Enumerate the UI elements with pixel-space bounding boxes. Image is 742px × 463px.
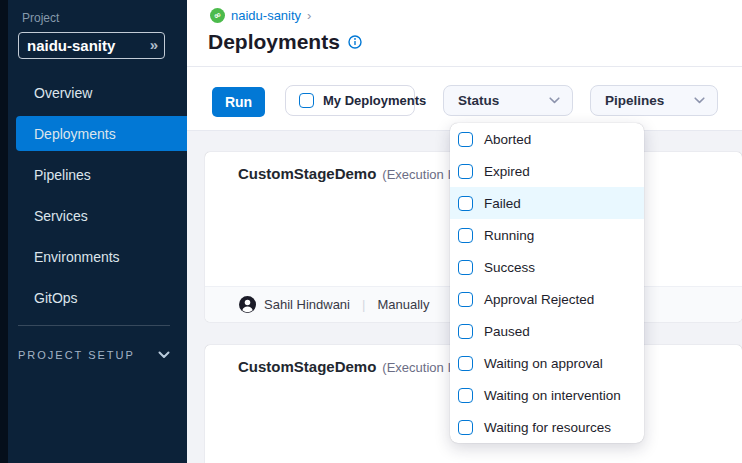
trigger-type: Manually (377, 297, 429, 312)
sidebar: Project » Overview Deployments Pipelines… (0, 0, 187, 463)
my-deployments-filter[interactable]: My Deployments (285, 85, 415, 116)
status-option-label: Aborted (484, 132, 531, 147)
status-option-checkbox[interactable] (458, 228, 473, 243)
status-option-label: Expired (484, 164, 530, 179)
status-option-checkbox[interactable] (458, 292, 473, 307)
chevron-down-icon (158, 351, 170, 359)
pipeline-name[interactable]: CustomStageDemo (238, 358, 376, 375)
status-option-checkbox[interactable] (458, 388, 473, 403)
breadcrumb-project-link[interactable]: naidu-sanity (231, 8, 301, 23)
pipeline-name[interactable]: CustomStageDemo (238, 165, 376, 182)
cd-module-icon: ∞ (210, 8, 225, 23)
sidebar-item-gitops[interactable]: GitOps (0, 277, 187, 318)
status-option-running[interactable]: Running (450, 219, 644, 251)
status-option-checkbox[interactable] (458, 420, 473, 435)
project-selector[interactable]: » (18, 32, 165, 59)
status-option-label: Running (484, 228, 534, 243)
breadcrumb: ∞ naidu-sanity › (210, 8, 311, 23)
page-title: Deployments (208, 30, 340, 54)
my-deployments-label: My Deployments (323, 93, 426, 108)
page-title-row: Deployments (208, 30, 362, 54)
footer-separator: | (358, 297, 369, 312)
status-option-checkbox[interactable] (458, 260, 473, 275)
sidebar-item-label: Services (34, 208, 88, 224)
chevron-down-icon (694, 97, 705, 104)
status-option-label: Success (484, 260, 535, 275)
sidebar-item-label: Pipelines (34, 167, 91, 183)
triggered-by: Sahil Hindwani (264, 297, 350, 312)
status-option-waiting-on-approval[interactable]: Waiting on approval (450, 347, 644, 379)
status-option-success[interactable]: Success (450, 251, 644, 283)
sidebar-item-pipelines[interactable]: Pipelines (0, 154, 187, 195)
project-setup-label: PROJECT SETUP (18, 349, 135, 361)
user-avatar-icon (239, 296, 256, 313)
sidebar-item-label: Overview (34, 85, 92, 101)
sidebar-item-services[interactable]: Services (0, 195, 187, 236)
execution-title-row: CustomStageDemo (Execution Id (238, 165, 458, 182)
status-option-checkbox[interactable] (458, 164, 473, 179)
info-icon[interactable] (348, 35, 362, 49)
sidebar-item-label: GitOps (34, 290, 78, 306)
status-option-label: Waiting for resources (484, 420, 611, 435)
run-button[interactable]: Run (212, 87, 265, 117)
sidebar-nav: Overview Deployments Pipelines Services … (0, 72, 187, 318)
sidebar-item-label: Environments (34, 249, 120, 265)
status-option-checkbox[interactable] (458, 132, 473, 147)
sidebar-item-overview[interactable]: Overview (0, 72, 187, 113)
status-option-approval-rejected[interactable]: Approval Rejected (450, 283, 644, 315)
status-option-label: Waiting on approval (484, 356, 603, 371)
project-expand-icon[interactable]: » (148, 36, 164, 55)
status-filter-dropdown[interactable]: Status (443, 85, 573, 116)
execution-id-note: (Execution Id (382, 167, 458, 182)
sidebar-item-label: Deployments (34, 126, 116, 142)
chevron-down-icon (549, 97, 560, 104)
sidebar-item-environments[interactable]: Environments (0, 236, 187, 277)
execution-id-note: (Execution Id (382, 360, 458, 375)
status-option-checkbox[interactable] (458, 196, 473, 211)
app-window: Project » Overview Deployments Pipelines… (0, 0, 742, 463)
status-option-label: Paused (484, 324, 530, 339)
status-option-failed[interactable]: Failed (450, 187, 644, 219)
project-setup-toggle[interactable]: PROJECT SETUP (18, 349, 170, 361)
status-option-label: Waiting on intervention (484, 388, 621, 403)
status-option-checkbox[interactable] (458, 356, 473, 371)
status-option-expired[interactable]: Expired (450, 155, 644, 187)
project-input[interactable] (19, 37, 148, 54)
status-option-waiting-on-intervention[interactable]: Waiting on intervention (450, 379, 644, 411)
status-option-aborted[interactable]: Aborted (450, 123, 644, 155)
project-label: Project (22, 11, 59, 25)
sidebar-item-deployments[interactable]: Deployments (0, 113, 187, 154)
status-filter-label: Status (458, 93, 499, 108)
pipelines-filter-dropdown[interactable]: Pipelines (590, 85, 718, 116)
header-divider (187, 66, 742, 67)
status-option-label: Failed (484, 196, 521, 211)
status-option-paused[interactable]: Paused (450, 315, 644, 347)
status-dropdown-menu: Aborted Expired Failed Running Success A… (450, 123, 644, 443)
status-option-waiting-for-resources[interactable]: Waiting for resources (450, 411, 644, 443)
sidebar-divider (18, 325, 170, 326)
status-option-checkbox[interactable] (458, 324, 473, 339)
execution-title-row: CustomStageDemo (Execution Id (238, 358, 458, 375)
status-option-label: Approval Rejected (484, 292, 594, 307)
my-deployments-checkbox[interactable] (299, 93, 314, 108)
pipelines-filter-label: Pipelines (605, 93, 664, 108)
chevron-right-icon: › (307, 8, 311, 23)
